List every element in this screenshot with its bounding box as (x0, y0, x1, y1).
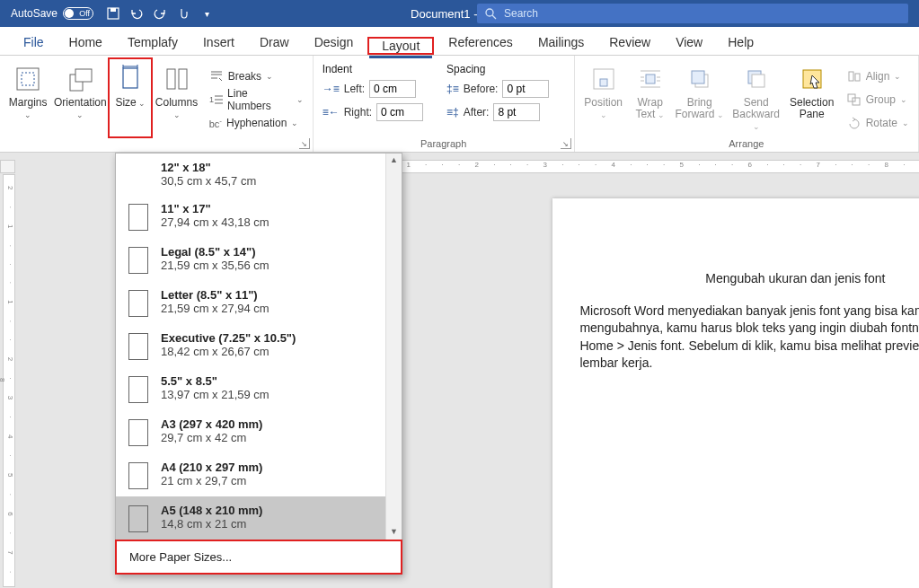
orientation-icon (66, 65, 94, 93)
tab-view[interactable]: View (663, 30, 715, 55)
page-setup-launcher[interactable] (299, 138, 310, 149)
bring-forward-button[interactable]: Bring Forward (674, 59, 726, 136)
selection-pane-icon (798, 65, 826, 93)
dropdown-scroll-down[interactable]: ▼ (389, 527, 400, 538)
tab-help[interactable]: Help (715, 30, 766, 55)
doc-heading: Mengubah ukuran dan jenis font (579, 270, 919, 288)
selection-pane-button[interactable]: Selection Pane (787, 59, 837, 136)
margins-button[interactable]: Margins (5, 59, 50, 136)
ruler-vertical[interactable]: 2 · 1 · · · 1 · · 2 · 3 · 4 · 5 · 6 · 7 … (3, 174, 15, 587)
rotate-button[interactable]: Rotate ⌄ (844, 113, 913, 133)
paragraph-launcher[interactable] (561, 138, 571, 149)
size-option-dims: 21 cm x 29,7 cm (161, 474, 262, 487)
size-option-name: Legal (8.5" x 14") (161, 245, 270, 259)
tab-review[interactable]: Review (596, 30, 663, 55)
autosave-toggle[interactable]: AutoSave Off (0, 7, 93, 20)
redo-icon[interactable] (153, 6, 167, 21)
search-input[interactable] (504, 7, 908, 20)
align-button[interactable]: Align ⌄ (844, 66, 913, 86)
svg-rect-19 (600, 79, 607, 86)
size-option-dims: 27,94 cm x 43,18 cm (161, 215, 270, 229)
svg-point-2 (486, 9, 493, 16)
svg-rect-8 (123, 68, 137, 88)
indent-left-label: Left: (344, 83, 365, 95)
save-icon[interactable] (106, 6, 120, 21)
spacing-after-icon: ≡‡ (446, 106, 459, 118)
more-paper-sizes[interactable]: More Paper Sizes... (115, 540, 402, 575)
group-arrange: Position Wrap Text Bring Forward Send Ba… (575, 56, 919, 152)
size-dropdown: 12" x 18"30,5 cm x 45,7 cm11" x 17"27,94… (115, 153, 402, 575)
size-option-name: Letter (8.5" x 11") (161, 288, 270, 302)
spacing-after-input[interactable] (493, 103, 540, 121)
size-option-dims: 14,8 cm x 21 cm (161, 517, 262, 531)
tab-draw[interactable]: Draw (247, 30, 302, 55)
spacing-before-input[interactable] (502, 80, 549, 98)
size-option[interactable]: 5.5" x 8.5"13,97 cm x 21,59 cm (116, 367, 402, 410)
line-numbers-icon: 1 (209, 93, 223, 106)
size-option[interactable]: Letter (8.5" x 11")21,59 cm x 27,94 cm (116, 281, 402, 324)
doc-body: Microsoft Word menyediakan banyak jenis … (579, 303, 919, 373)
size-option[interactable]: Executive (7.25" x 10.5")18,42 cm x 26,6… (116, 324, 402, 367)
breaks-button[interactable]: Breaks ⌄ (206, 66, 307, 86)
paragraph-group-label: Paragraph (314, 138, 574, 149)
ruler-horizontal[interactable]: · 1 · · · 2 · · · 3 · · · 4 · · · 5 · · … (384, 160, 919, 173)
tab-home[interactable]: Home (57, 30, 115, 55)
send-backward-button[interactable]: Send Backward (729, 59, 784, 136)
search-box[interactable] (477, 4, 908, 23)
customize-qat-icon[interactable]: ▾ (199, 6, 214, 21)
spacing-after-label: After: (464, 106, 490, 118)
tab-layout[interactable]: Layout (369, 33, 432, 58)
page-thumb-icon (128, 505, 148, 532)
page-thumb-icon (128, 247, 148, 274)
dropdown-scroll-up[interactable]: ▲ (389, 155, 400, 166)
size-option[interactable]: 11" x 17"27,94 cm x 43,18 cm (116, 195, 402, 238)
quick-access-toolbar: ▾ (106, 6, 214, 21)
wrap-text-button[interactable]: Wrap Text (630, 59, 671, 136)
indent-right-input[interactable] (376, 103, 423, 121)
tab-design[interactable]: Design (302, 30, 367, 55)
orientation-button[interactable]: Orientation (53, 59, 107, 136)
autosave-state: Off (79, 9, 90, 18)
size-button[interactable]: Size (110, 59, 151, 136)
size-option-dims: 21,59 cm x 27,94 cm (161, 302, 270, 315)
touch-mode-icon[interactable] (176, 6, 190, 21)
size-option[interactable]: 12" x 18"30,5 cm x 45,7 cm (116, 154, 402, 195)
size-option-dims: 13,97 cm x 21,59 cm (161, 388, 270, 401)
columns-button[interactable]: Columns (154, 59, 199, 136)
size-option-dims: 30,5 cm x 45,7 cm (161, 174, 256, 188)
group-button[interactable]: Group ⌄ (844, 90, 913, 110)
svg-text:1: 1 (209, 95, 214, 104)
size-option[interactable]: A3 (297 x 420 mm)29,7 cm x 42 cm (116, 410, 402, 453)
autosave-label: AutoSave (11, 7, 57, 20)
size-option[interactable]: A4 (210 x 297 mm)21 cm x 29,7 cm (116, 453, 402, 496)
svg-rect-13 (179, 69, 187, 89)
dropdown-scrollbar[interactable]: ▲ ▼ (385, 154, 402, 540)
search-icon (484, 7, 497, 20)
spacing-before-label: Before: (464, 83, 499, 95)
size-option[interactable]: Legal (8.5" x 14")21,59 cm x 35,56 cm (116, 238, 402, 281)
tab-mailings[interactable]: Mailings (526, 30, 596, 55)
group-page-setup: Margins Orientation Size Columns Breaks … (0, 56, 314, 152)
size-option-name: A3 (297 x 420 mm) (161, 417, 262, 431)
svg-rect-4 (17, 68, 39, 90)
tab-references[interactable]: References (436, 30, 526, 55)
position-button[interactable]: Position (580, 59, 627, 136)
tab-templafy[interactable]: Templafy (115, 30, 190, 55)
group-icon (847, 93, 862, 106)
document-page[interactable]: Mengubah ukuran dan jenis font Microsoft… (552, 198, 919, 588)
size-option-dims: 29,7 cm x 42 cm (161, 431, 262, 444)
svg-rect-26 (849, 72, 853, 81)
svg-line-3 (492, 15, 496, 19)
size-option-name: A5 (148 x 210 mm) (161, 504, 262, 517)
tab-insert[interactable]: Insert (190, 30, 247, 55)
line-numbers-button[interactable]: 1Line Numbers ⌄ (206, 90, 307, 110)
page-thumb-icon (128, 376, 148, 403)
size-option[interactable]: A5 (148 x 210 mm)14,8 cm x 21 cm (116, 496, 402, 540)
hyphenation-button[interactable]: bc-Hyphenation ⌄ (206, 113, 307, 133)
undo-icon[interactable] (129, 6, 144, 21)
spacing-before-icon: ‡≡ (446, 83, 459, 95)
size-option-name: 11" x 17" (161, 202, 270, 215)
indent-left-input[interactable] (369, 80, 416, 98)
tab-file[interactable]: File (11, 30, 57, 55)
size-option-name: 5.5" x 8.5" (161, 374, 270, 388)
